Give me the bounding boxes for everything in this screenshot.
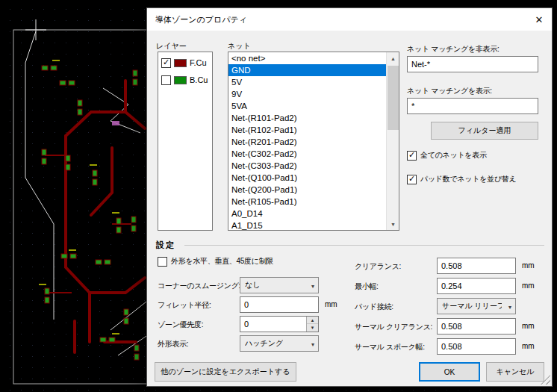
net-list-item[interactable]: 5V [228, 76, 386, 88]
spinner-down-icon[interactable]: ▼ [307, 324, 318, 332]
layer-label-fcu: F.Cu [190, 58, 207, 67]
layer-row-bcu[interactable]: B.Cu [161, 73, 212, 87]
show-all-nets-checkbox-row[interactable]: 全てのネットを表示 [407, 150, 487, 161]
fillet-radius-input[interactable] [240, 296, 319, 313]
fillet-radius-unit: mm [325, 300, 337, 308]
layer-checkbox-bcu[interactable] [161, 75, 171, 85]
pad-connection-label: パッド接続: [355, 302, 393, 312]
scrollbar-thumb[interactable] [388, 66, 399, 130]
sort-nets-by-pads-label: パッド数でネットを並び替え [420, 174, 516, 184]
net-list-item[interactable]: A1_D15 [228, 220, 386, 231]
zone-priority-label: ゾーン優先度: [158, 320, 203, 330]
net-list-item[interactable]: Net-(R101-Pad2) [228, 112, 386, 124]
net-list-item[interactable]: Net-(Q100-Pad1) [228, 172, 386, 184]
outline-display-value: ハッチング [245, 338, 283, 349]
layers-group-label: レイヤー [156, 41, 187, 52]
scroll-down-icon[interactable]: ▼ [387, 218, 399, 230]
layer-color-fcu [174, 59, 187, 67]
corner-smoothing-value: なし [245, 280, 260, 290]
net-list-item-selected[interactable]: GND [228, 64, 386, 76]
net-list-item[interactable]: Net-(R105-Pad1) [228, 196, 386, 208]
net-list: <no net> GND 5V 9V 5VA Net-(R101-Pad2) N… [228, 52, 399, 231]
settings-group-label: 設定 [156, 240, 175, 251]
net-list-item[interactable]: Net-(R102-Pad1) [228, 124, 386, 136]
net-list-item[interactable]: <no net> [228, 52, 386, 64]
layer-checkbox-fcu[interactable] [161, 58, 171, 68]
dialog-title: 導体ゾーンのプロパティ [155, 14, 247, 25]
cancel-button[interactable]: キャンセル [486, 362, 544, 382]
apply-filters-button[interactable]: フィルター適用 [431, 122, 538, 140]
zone-properties-dialog: 導体ゾーンのプロパティ ✕ レイヤー F.Cu B.Cu ネット <no net… [146, 7, 553, 387]
net-list-item[interactable]: Net-(C302-Pad2) [228, 148, 386, 160]
net-list-scrollbar[interactable]: ▲ ▼ [386, 52, 399, 230]
thermal-spoke-width-input[interactable] [437, 338, 516, 355]
show-all-nets-checkbox[interactable] [407, 151, 417, 161]
thermal-clearance-label: サーマル クリアランス: [355, 322, 432, 332]
constrain-outline-checkbox[interactable] [158, 257, 167, 267]
corner-smoothing-dropdown[interactable]: なし ▾ [240, 277, 319, 293]
pcb-editor-canvas[interactable]: 導体ゾーンのプロパティ ✕ レイヤー F.Cu B.Cu ネット <no net… [0, 0, 557, 392]
net-list-item[interactable]: 9V [228, 88, 386, 100]
spinner-buttons: ▲ ▼ [306, 317, 318, 332]
layer-row-fcu[interactable]: F.Cu [161, 56, 212, 69]
settings-separator [184, 245, 544, 246]
outline-display-label: 外形表示: [158, 339, 188, 349]
export-settings-button[interactable]: 他のゾーンに設定をエクスポートする [155, 362, 296, 382]
close-icon[interactable]: ✕ [526, 8, 552, 31]
constrain-outline-checkbox-row[interactable]: 外形を水平、垂直、45度に制限 [158, 256, 273, 267]
show-net-matches-input[interactable] [407, 98, 538, 114]
pad-connection-dropdown[interactable]: サーマル リリーフ ▾ [437, 298, 516, 314]
dialog-titlebar[interactable]: 導体ゾーンのプロパティ ✕ [147, 8, 552, 31]
sort-nets-by-pads-checkbox-row[interactable]: パッド数でネットを並び替え [407, 174, 516, 184]
net-list-item[interactable]: Net-(R201-Pad2) [228, 136, 386, 148]
net-list-item[interactable]: Net-(C303-Pad2) [228, 160, 386, 172]
outline-display-dropdown[interactable]: ハッチング ▾ [240, 335, 319, 352]
thermal-clearance-input[interactable] [437, 318, 516, 335]
hide-net-matches-input[interactable] [407, 56, 538, 72]
net-group-label: ネット [228, 41, 251, 52]
ok-button[interactable]: OK [419, 362, 480, 382]
clearance-input[interactable] [437, 258, 516, 274]
thermal-clearance-unit: mm [522, 322, 535, 330]
clearance-label: クリアランス: [355, 261, 401, 272]
layer-label-bcu: B.Cu [190, 75, 208, 84]
hide-net-matches-label: ネット マッチングを非表示: [407, 44, 499, 55]
thermal-spoke-width-label: サーマル スポーク幅: [355, 342, 425, 352]
fillet-radius-label: フィレット半径: [158, 300, 211, 311]
net-list-item[interactable]: A0_D14 [228, 208, 386, 220]
pad-connection-value: サーマル リリーフ [442, 301, 502, 311]
net-list-item[interactable]: 5VA [228, 100, 386, 112]
layers-list: F.Cu B.Cu [158, 52, 213, 231]
clearance-unit: mm [522, 261, 535, 270]
layer-color-bcu [174, 76, 187, 84]
chevron-down-icon: ▾ [311, 283, 314, 290]
zone-priority-spinner[interactable]: ▲ ▼ [240, 316, 319, 332]
scroll-up-icon[interactable]: ▲ [387, 52, 399, 64]
chevron-down-icon: ▾ [311, 341, 314, 348]
net-items: <no net> GND 5V 9V 5VA Net-(R101-Pad2) N… [228, 52, 386, 230]
constrain-outline-label: 外形を水平、垂直、45度に制限 [171, 256, 273, 267]
net-list-item[interactable]: Net-(Q200-Pad1) [228, 184, 386, 196]
min-width-input[interactable] [437, 278, 516, 294]
spinner-up-icon[interactable]: ▲ [307, 317, 318, 324]
sort-nets-by-pads-checkbox[interactable] [407, 175, 417, 184]
chevron-down-icon: ▾ [508, 304, 511, 311]
show-all-nets-label: 全てのネットを表示 [420, 150, 487, 161]
corner-smoothing-label: コーナーのスムージング: [158, 281, 240, 291]
thermal-spoke-width-unit: mm [522, 342, 535, 350]
min-width-label: 最小幅: [355, 281, 379, 292]
min-width-unit: mm [522, 281, 535, 290]
show-net-matches-label: ネット マッチングを表示: [407, 86, 492, 96]
